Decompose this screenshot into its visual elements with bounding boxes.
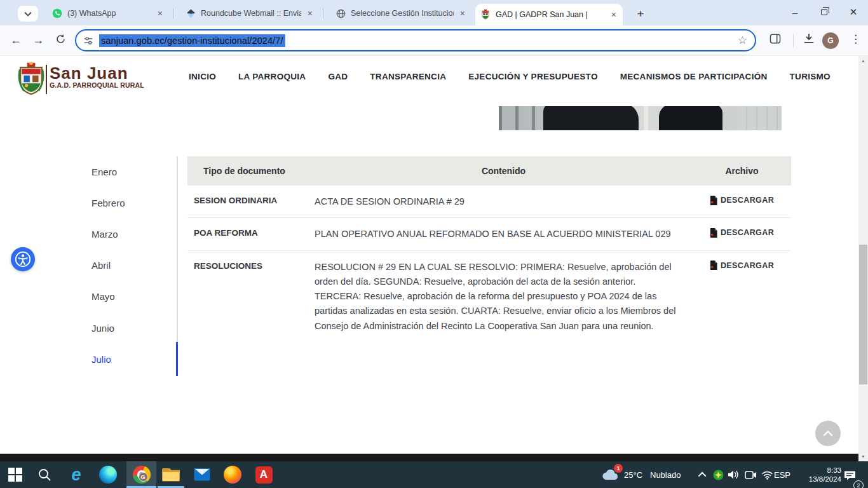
meet-now-tray-item[interactable] bbox=[742, 461, 759, 488]
table-row: RESOLUCIONES RESOLUCION # 29 EN LA CUAL … bbox=[187, 251, 791, 342]
new-tab-button[interactable]: + bbox=[633, 6, 648, 22]
documents-table: Tipo de documento Contenido Archivo SESI… bbox=[187, 156, 791, 342]
address-bar[interactable]: sanjuan.gob.ec/gestion-institucional/202… bbox=[75, 29, 756, 51]
downloads-button[interactable] bbox=[799, 31, 818, 50]
tab-title: Seleccione Gestión Institucional bbox=[351, 9, 454, 18]
taskbar-chrome-active[interactable]: G bbox=[126, 461, 156, 488]
action-center-button[interactable]: 2 bbox=[840, 461, 859, 488]
logo-subtitle: G.A.D. PARROQUIAL RURAL bbox=[50, 81, 144, 89]
nav-transparencia[interactable]: TRANSPARENCIA bbox=[370, 72, 446, 81]
months-rail-active-indicator bbox=[176, 342, 178, 376]
download-icon bbox=[803, 33, 815, 44]
wifi-tray-item[interactable] bbox=[759, 461, 775, 488]
nav-la-parroquia[interactable]: LA PARROQUIA bbox=[238, 72, 306, 81]
tray-antivirus-item[interactable] bbox=[710, 461, 726, 488]
scroll-to-top-button[interactable] bbox=[815, 421, 841, 446]
pdf-file-icon bbox=[710, 261, 717, 270]
taskbar-mail[interactable] bbox=[189, 461, 215, 488]
forward-button[interactable]: → bbox=[29, 31, 48, 50]
bookmark-star-icon[interactable]: ☆ bbox=[738, 34, 747, 47]
cell-contenido: ACTA DE SESION ORDINARIA # 29 bbox=[315, 194, 693, 209]
scrollbar-down-arrow[interactable]: ▼ bbox=[858, 452, 868, 461]
chrome-profile-badge: G bbox=[139, 472, 148, 482]
cell-tipo: POA REFORMA bbox=[187, 227, 315, 241]
chevron-up-icon bbox=[698, 471, 706, 480]
taskbar-file-explorer[interactable] bbox=[158, 461, 184, 488]
profile-avatar[interactable]: G bbox=[822, 32, 839, 49]
language-indicator[interactable]: ESP bbox=[774, 461, 790, 488]
whatsapp-icon bbox=[52, 8, 62, 18]
tab-close-icon[interactable]: × bbox=[459, 8, 466, 18]
col-header-archivo: Archivo bbox=[693, 156, 791, 186]
site-logo-text[interactable]: San Juan G.A.D. PARROQUIAL RURAL bbox=[50, 65, 144, 89]
month-junio[interactable]: Junio bbox=[92, 313, 114, 344]
month-febrero[interactable]: Febrero bbox=[92, 187, 125, 219]
tab-separator bbox=[173, 8, 173, 18]
month-marzo[interactable]: Marzo bbox=[92, 219, 118, 250]
month-julio-active[interactable]: Julio bbox=[92, 344, 111, 375]
tab-whatsapp[interactable]: (3) WhatsApp × bbox=[47, 4, 169, 23]
taskbar-clock[interactable]: 8:33 13/8/2024 bbox=[809, 461, 841, 488]
taskbar-search-button[interactable] bbox=[32, 461, 57, 488]
weather-description[interactable]: Nublado bbox=[650, 461, 681, 488]
url-text[interactable]: sanjuan.gob.ec/gestion-institucional/202… bbox=[99, 34, 285, 47]
window-minimize-button[interactable]: – bbox=[780, 0, 810, 24]
window-close-button[interactable]: ✕ bbox=[839, 0, 868, 24]
tab-close-icon[interactable]: × bbox=[306, 8, 314, 18]
tab-gad-san-juan-active[interactable]: GAD | GADPR San Juan | × bbox=[475, 4, 623, 25]
site-logo-shield[interactable] bbox=[18, 62, 44, 99]
weather-alert-badge: 1 bbox=[614, 464, 623, 473]
scrollbar-up-arrow[interactable]: ▲ bbox=[858, 56, 868, 65]
month-mayo[interactable]: Mayo bbox=[92, 281, 115, 312]
tab-close-icon[interactable]: × bbox=[156, 8, 164, 18]
nav-inicio[interactable]: INICIO bbox=[189, 72, 216, 81]
main-navigation: INICIO LA PARROQUIA GAD TRANSPARENCIA EJ… bbox=[189, 72, 831, 81]
nav-gad[interactable]: GAD bbox=[328, 72, 348, 81]
globe-icon bbox=[336, 8, 346, 18]
accessibility-widget-button[interactable] bbox=[11, 247, 35, 271]
nav-ejecucion-presupuesto[interactable]: EJECUCIÓN Y PRESUPUESTO bbox=[468, 72, 597, 81]
tab-title: GAD | GADPR San Juan | bbox=[496, 10, 605, 19]
download-link[interactable]: DESCARGAR bbox=[710, 194, 774, 206]
table-row: SESION ORDINARIA ACTA DE SESION ORDINARI… bbox=[187, 186, 791, 218]
nav-turismo[interactable]: TURISMO bbox=[790, 72, 831, 81]
scrollbar-thumb[interactable] bbox=[859, 245, 867, 384]
volume-tray-item[interactable] bbox=[726, 461, 742, 488]
search-icon bbox=[37, 468, 51, 482]
taskbar-edge[interactable] bbox=[95, 461, 121, 488]
taskbar-firefox[interactable] bbox=[220, 461, 245, 488]
download-link[interactable]: DESCARGAR bbox=[710, 227, 774, 238]
browser-menu-button[interactable]: ⋮ bbox=[850, 32, 861, 46]
col-header-contenido: Contenido bbox=[315, 156, 693, 186]
tab-roundcube[interactable]: Roundcube Webmail :: Enviados × bbox=[180, 4, 319, 23]
download-link[interactable]: DESCARGAR bbox=[710, 260, 774, 271]
month-enero[interactable]: Enero bbox=[92, 156, 117, 187]
taskbar: e G A 1 25°C Nublado bbox=[0, 461, 868, 488]
logo-title: San Juan bbox=[50, 65, 144, 81]
weather-tray-item[interactable]: 1 bbox=[597, 461, 624, 488]
taskbar-adobe-acrobat[interactable]: A bbox=[250, 461, 277, 488]
nav-mecanismos-participacion[interactable]: MECANISMOS DE PARTICIPACIÓN bbox=[620, 72, 768, 81]
tray-expand-button[interactable] bbox=[695, 461, 710, 488]
reload-button[interactable] bbox=[51, 31, 70, 50]
tab-close-icon[interactable]: × bbox=[610, 10, 618, 20]
roundcube-icon bbox=[186, 8, 196, 18]
side-panel-button[interactable] bbox=[766, 31, 785, 50]
firefox-icon bbox=[224, 466, 241, 484]
weather-temperature[interactable]: 25°C bbox=[624, 461, 642, 488]
tab-separator bbox=[323, 8, 323, 18]
tab-search-button[interactable] bbox=[18, 6, 38, 22]
chevron-up-icon bbox=[823, 430, 833, 437]
month-abril[interactable]: Abril bbox=[92, 250, 111, 281]
logo-divider bbox=[46, 65, 47, 94]
window-restore-button[interactable] bbox=[810, 0, 839, 24]
side-panel-icon bbox=[770, 34, 781, 44]
browser-tab-strip: (3) WhatsApp × Roundcube Webmail :: Envi… bbox=[0, 0, 868, 25]
back-button[interactable]: ← bbox=[6, 31, 25, 50]
table-row: POA REFORMA PLAN OPERATIVO ANUAL REFORMA… bbox=[187, 218, 791, 250]
taskbar-internet-explorer[interactable]: e bbox=[64, 461, 89, 488]
start-button[interactable] bbox=[3, 461, 28, 488]
tab-gestion-institucional[interactable]: Seleccione Gestión Institucional × bbox=[330, 4, 471, 23]
adobe-acrobat-icon: A bbox=[255, 466, 273, 484]
page-scrollbar[interactable]: ▲ ▼ bbox=[858, 56, 868, 461]
